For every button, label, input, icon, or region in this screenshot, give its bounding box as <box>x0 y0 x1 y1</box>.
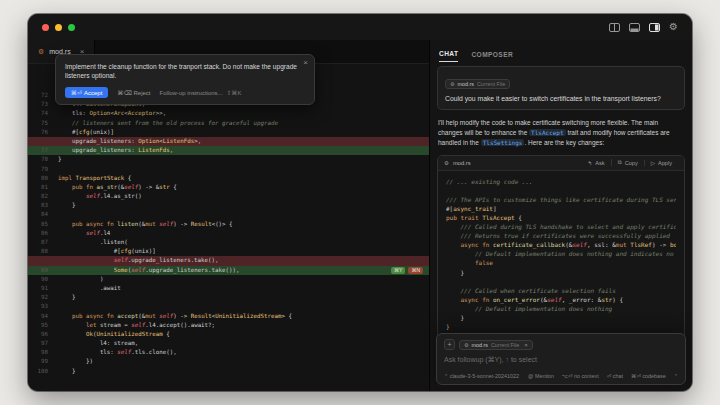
reject-button[interactable]: ⌘⌫ Reject <box>117 89 150 96</box>
copy-icon: ⧉ <box>618 159 622 166</box>
zoom-window-button[interactable] <box>68 24 75 31</box>
model-selector[interactable]: ⌃ claude-3-5-sonnet-20241022 <box>444 373 519 379</box>
toggle-sidebar-icon[interactable] <box>649 23 660 32</box>
prompt-text: Implement the cleanup function for the t… <box>65 62 305 81</box>
rust-file-icon: ⚙ <box>38 48 44 56</box>
code-line: 89 Some(self.upgrade_listeners.take()),⌘… <box>28 266 429 275</box>
chat-code-header: ⚙ mod.rs ↰Ask ⧉Copy ▷Apply <box>438 156 684 171</box>
code-line: 98 tls: self.tls.clone(), <box>28 348 429 357</box>
chat-code-line: /// The APIs to customize things like ce… <box>446 195 676 204</box>
code-line: 74 tls: Option<Arc<Acceptor>>, <box>28 109 429 118</box>
editor-pane: ⚙ mod.rs × Implement the cleanup functio… <box>28 40 429 391</box>
chat-code-line: async fn certificate_callback(&self, ssl… <box>446 240 676 249</box>
minimize-window-button[interactable] <box>55 24 62 31</box>
tab-chat[interactable]: CHAT <box>439 50 458 62</box>
hint-chat[interactable]: ⏎ chat <box>607 373 623 379</box>
hint-no-context[interactable]: ⌥⏎ no context <box>562 373 599 379</box>
chat-code-line: /// Called during TLS handshake to selec… <box>446 222 676 231</box>
copy-button[interactable]: ⧉Copy <box>611 159 644 166</box>
code-line: 84 <box>28 210 429 219</box>
apply-icon: ▷ <box>651 160 655 166</box>
code-line: 78} <box>28 155 429 164</box>
code-line: 86 self.l4 <box>28 229 429 238</box>
code-line: 88 #[cfg(unix)] <box>28 247 429 256</box>
user-message-card: ⚙ mod.rs Current File Could you make it … <box>437 66 685 110</box>
traffic-lights <box>42 24 75 31</box>
chat-code-line: // Default implementation does nothing <box>446 304 676 313</box>
tab-composer[interactable]: COMPOSER <box>471 51 513 62</box>
chat-code-line: pub trait TlsAccept { <box>446 213 676 222</box>
accept-button[interactable]: ⌘⏎Accept <box>65 87 108 98</box>
toggle-panel-icon[interactable] <box>629 23 640 32</box>
user-message-text: Could you make it easier to switch certi… <box>445 94 677 103</box>
chat-code-line: /// Called when certificate selection fa… <box>446 286 676 295</box>
ask-icon: ↰ <box>588 160 593 166</box>
chat-code-line <box>446 277 676 286</box>
rust-file-icon: ⚙ <box>464 342 468 348</box>
code-line: 91 .await <box>28 284 429 293</box>
chat-pane: CHAT COMPOSER ⚙ mod.rs Current File Coul… <box>429 40 692 391</box>
chat-code-line: #[async_trait] <box>446 204 676 213</box>
code-line: 81 pub fn as_str(&self) -> &str { <box>28 183 429 192</box>
code-line: 87 .listen( <box>28 238 429 247</box>
code-line: 85 pub async fn listen(&mut self) -> Res… <box>28 220 429 229</box>
code-line: 79 <box>28 165 429 174</box>
code-line: 94 pub async fn accept(&mut self) -> Res… <box>28 312 429 321</box>
code-line: 100 } <box>28 367 429 376</box>
assistant-message-text: I'll help modify the code to make certif… <box>437 118 685 149</box>
chat-code-line: } <box>446 313 676 322</box>
chat-code-line: } <box>446 268 676 277</box>
code-line: 83 } <box>28 201 429 210</box>
app-window: ⚙ ⚙ mod.rs × Implement the cleanup funct… <box>28 14 692 391</box>
prompt-close-icon[interactable]: × <box>303 58 308 67</box>
code-line: 82 self.l4.as_str() <box>28 192 429 201</box>
input-context-chip[interactable]: ⚙ mod.rs Current File × <box>459 340 533 350</box>
followup-instructions-button[interactable]: Follow-up instructions...⇧⌘K <box>160 89 242 96</box>
chat-code-line <box>446 186 676 195</box>
diff-accept-badge[interactable]: ⌘Y <box>391 267 405 274</box>
chat-tabs: CHAT COMPOSER <box>437 40 685 62</box>
code-line: 96 Ok(UninitializedStream { <box>28 330 429 339</box>
code-line: self.upgrade_listeners.take(), <box>28 256 429 265</box>
editor-code-lines: 72pub(crate) struct TransportStack {73 l… <box>28 64 429 376</box>
context-file-chip[interactable]: ⚙ mod.rs Current File <box>445 79 510 89</box>
code-line: 97 l4: stream, <box>28 339 429 348</box>
code-line: 80impl TransportStack { <box>28 174 429 183</box>
expand-hints-icon[interactable]: ⌃ <box>674 373 678 379</box>
code-line: 90 ) <box>28 275 429 284</box>
code-line: upgrade_listeners: Option<ListenFds>, <box>28 137 429 146</box>
inline-edit-prompt: Implement the cleanup function for the t… <box>55 54 315 105</box>
chat-code-line: /// Returns true if certificates were su… <box>446 231 676 240</box>
diff-reject-badge[interactable]: ⌘N <box>408 267 423 274</box>
input-hints: ⌥⏎ no context⏎ chat⌘⏎ codebase <box>562 373 666 379</box>
code-line: 93 <box>28 302 429 311</box>
code-line: 99 }) <box>28 357 429 366</box>
chat-code-line: // Default implementation does nothing a… <box>446 249 676 258</box>
apply-button[interactable]: ▷Apply <box>644 160 678 166</box>
close-window-button[interactable] <box>42 24 49 31</box>
code-line: 76 #[cfg(unix)] <box>28 128 429 137</box>
chat-code-line: // ... existing code ... <box>446 177 676 186</box>
code-line: 92 } <box>28 293 429 302</box>
chat-input-box[interactable]: + ⚙ mod.rs Current File × Ask followup (… <box>436 333 686 385</box>
split-editor-icon[interactable] <box>609 23 620 32</box>
add-context-button[interactable]: + <box>444 339 455 350</box>
settings-gear-icon[interactable]: ⚙ <box>669 22 678 32</box>
mention-button[interactable]: @ Mention <box>528 373 554 379</box>
code-line: 75 // listeners sent from the old proces… <box>28 119 429 128</box>
remove-context-icon[interactable]: × <box>524 342 528 348</box>
ask-button[interactable]: ↰Ask <box>582 160 611 166</box>
code-line: 77 upgrade_listeners: ListenFds, <box>28 146 429 155</box>
code-line: 95 let stream = self.l4.accept().await?; <box>28 321 429 330</box>
chat-code-line: async fn on_cert_error(&self, _error: &s… <box>446 295 676 304</box>
chat-code-line: false <box>446 258 676 267</box>
chat-code-filename: mod.rs <box>453 160 471 166</box>
hint-codebase[interactable]: ⌘⏎ codebase <box>631 373 666 379</box>
rust-file-icon: ⚙ <box>444 160 449 166</box>
titlebar: ⚙ <box>28 14 692 40</box>
chat-code-line: } <box>446 322 676 331</box>
rust-file-icon: ⚙ <box>450 81 454 87</box>
chat-input-placeholder[interactable]: Ask followup (⌘Y), ↑ to select <box>444 356 678 364</box>
